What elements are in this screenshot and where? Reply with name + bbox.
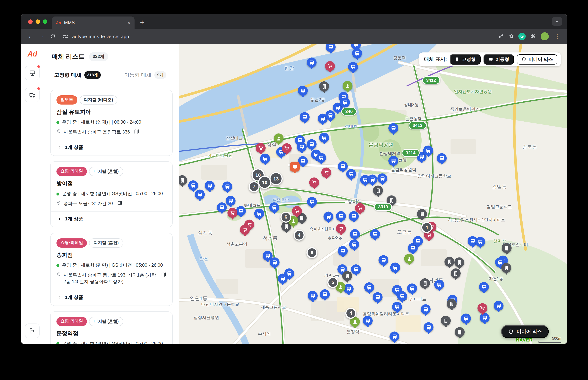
status-row: 운영 중 | 세로형 (평면) | GS넷비전 | 05:00 - 26:00 bbox=[56, 263, 166, 269]
shield-icon bbox=[521, 57, 526, 62]
category-badge: 빌보드 bbox=[56, 95, 77, 105]
scale-bar bbox=[538, 341, 561, 342]
bus-route-badge[interactable]: 3214 bbox=[402, 149, 419, 157]
map-view[interactable]: 한강강동역풍납2동성내3동둔촌동역중앙보훈병원역일자산도시자연공원올림픽공원성내… bbox=[179, 44, 567, 344]
key-icon bbox=[498, 33, 504, 39]
products-expander[interactable]: 1개 상품 bbox=[56, 212, 166, 227]
page-title: 매체 리스트 bbox=[52, 53, 85, 61]
app-logo: Ad bbox=[28, 50, 37, 58]
media-card[interactable]: 쇼핑·리테일 디지털 (혼합) 송파점 운영 중 | 세로형 (평면) | GS… bbox=[50, 233, 173, 306]
media-title: 문정역점 bbox=[56, 330, 166, 337]
puzzle-icon bbox=[530, 33, 535, 39]
pin-icon bbox=[56, 272, 61, 277]
tab-mobile-media[interactable]: 이동형 매체 9개 bbox=[111, 67, 179, 84]
map-link-icon[interactable] bbox=[161, 272, 166, 278]
bookmark-button[interactable] bbox=[506, 31, 517, 41]
media-format-badge: 디지털 (비디오) bbox=[79, 95, 118, 105]
new-tab-button[interactable]: + bbox=[140, 19, 144, 26]
minimize-window-button[interactable] bbox=[36, 19, 40, 24]
address-text: 서울특별시 송파구 동남로 193, 지하1층 (가락2동 140번지 쌍용아파… bbox=[63, 272, 157, 285]
media-card[interactable]: 빌보드 디지털 (비디오) 잠실 유토피아 운영 중 | 세로형 (입체) | … bbox=[50, 90, 173, 156]
products-count: 1개 상품 bbox=[65, 294, 83, 301]
toggle-fixed-media-button[interactable]: 고정형 bbox=[450, 54, 481, 65]
media-mix-fab[interactable]: 미디어 믹스 bbox=[501, 325, 549, 338]
display-label: 매체 표시: bbox=[424, 56, 447, 63]
notification-dot bbox=[37, 87, 40, 90]
toggle-media-mix-button[interactable]: 미디어 믹스 bbox=[517, 54, 557, 65]
media-format-badge: 디지털 (혼합) bbox=[89, 167, 123, 176]
status-text: 운영 중 | 세로형 (입체) | | 06:00 - 24:00 bbox=[62, 119, 141, 125]
status-row: 운영 중 | 세로형 (입체) | | 06:00 - 24:00 bbox=[56, 119, 166, 125]
bus-route-badge[interactable]: 3413 bbox=[409, 121, 426, 130]
url-text[interactable]: adtype-mms-fe.vercel.app bbox=[72, 34, 496, 39]
address-row: 서울특별시 송파구 올림픽로 336 bbox=[56, 129, 166, 135]
window-controls bbox=[28, 19, 47, 24]
tab-close-icon[interactable]: × bbox=[127, 20, 130, 25]
tab-label: 이동형 매체 bbox=[124, 72, 151, 78]
badge-row: 쇼핑·리테일 디지털 (혼합) bbox=[56, 239, 166, 248]
logout-icon bbox=[29, 327, 36, 334]
pin-icon bbox=[56, 129, 61, 134]
media-card-list: 빌보드 디지털 (비디오) 잠실 유토피아 운영 중 | 세로형 (입체) | … bbox=[44, 84, 179, 344]
media-type-tabs: 고정형 매체 313개 이동형 매체 9개 bbox=[44, 67, 179, 84]
grammarly-extension-icon[interactable]: G bbox=[518, 33, 526, 40]
products-expander[interactable]: 1개 상품 bbox=[56, 290, 166, 305]
rail-fixed-media-button[interactable] bbox=[25, 66, 40, 80]
map-link-icon[interactable] bbox=[134, 129, 140, 134]
tune-icon bbox=[63, 34, 68, 39]
status-row: 운영 중 | 세로형 (평면) | GS넷비전 | 05:00 - 26:00 bbox=[56, 341, 166, 344]
browser-tab[interactable]: Ad MMS × bbox=[52, 17, 135, 29]
status-row: 운영 중 | 세로형 (평면) | GS넷비전 | 05:00 - 26:00 bbox=[56, 191, 166, 197]
products-count: 1개 상품 bbox=[65, 216, 83, 223]
media-format-badge: 디지털 (혼합) bbox=[89, 317, 123, 326]
map-link-icon[interactable] bbox=[117, 200, 123, 206]
fab-label: 미디어 믹스 bbox=[517, 328, 542, 335]
media-title: 송파점 bbox=[56, 252, 166, 259]
bus-route-badge[interactable]: 340 bbox=[341, 108, 357, 115]
toggle-mobile-media-button[interactable]: 이동형 bbox=[483, 54, 514, 65]
close-window-button[interactable] bbox=[28, 19, 33, 24]
category-badge: 쇼핑·리테일 bbox=[56, 239, 87, 248]
back-button[interactable]: ← bbox=[25, 31, 36, 42]
notification-dot bbox=[37, 65, 40, 68]
screen: Ad MMS × + ← → adtype-mms-fe.vercel.app … bbox=[0, 0, 588, 380]
total-count-badge: 322개 bbox=[89, 52, 108, 61]
panel-header: 매체 리스트 322개 bbox=[44, 44, 179, 67]
browser-toolbar: ← → adtype-mms-fe.vercel.app G ⋮ bbox=[21, 29, 567, 44]
site-info-button[interactable] bbox=[63, 34, 68, 39]
tab-fixed-media[interactable]: 고정형 매체 313개 bbox=[44, 67, 111, 84]
bus-route-badge[interactable]: 3319 bbox=[374, 203, 392, 211]
tab-title: MMS bbox=[64, 20, 124, 25]
logout-button[interactable] bbox=[25, 323, 40, 338]
tab-search-button[interactable] bbox=[552, 17, 562, 26]
forward-button[interactable]: → bbox=[36, 31, 47, 42]
products-count: 1개 상품 bbox=[65, 144, 83, 151]
media-list-panel: 매체 리스트 322개 고정형 매체 313개 이동형 매체 9개 bbox=[44, 44, 179, 344]
address-text: 송파구 오금로31가길 20 bbox=[63, 200, 113, 207]
app-content: Ad 매체 리스트 322개 bbox=[21, 44, 567, 344]
pin-icon bbox=[56, 201, 61, 205]
chevron-right-icon bbox=[57, 295, 62, 300]
media-card[interactable]: 쇼핑·리테일 디지털 (혼합) 방이점 운영 중 | 세로형 (평면) | GS… bbox=[50, 161, 173, 228]
tab-favicon: Ad bbox=[56, 20, 61, 25]
maximize-window-button[interactable] bbox=[43, 19, 47, 24]
extensions-button[interactable] bbox=[528, 31, 538, 41]
status-dot bbox=[56, 121, 59, 124]
bus-route-badge[interactable]: 3412 bbox=[422, 76, 440, 84]
password-key-button[interactable] bbox=[496, 31, 506, 41]
category-badge: 쇼핑·리테일 bbox=[56, 317, 87, 326]
star-icon bbox=[508, 33, 514, 39]
billboard-icon bbox=[29, 70, 36, 76]
browser-menu-button[interactable]: ⋮ bbox=[552, 31, 563, 42]
rail-mobile-media-button[interactable] bbox=[25, 88, 40, 102]
media-card[interactable]: 쇼핑·리테일 디지털 (혼합) 문정역점 운영 중 | 세로형 (평면) | G… bbox=[50, 311, 173, 344]
address-row: 송파구 오금로31가길 20 bbox=[56, 200, 166, 207]
tab-label: 고정형 매체 bbox=[54, 72, 81, 78]
shield-icon bbox=[508, 329, 514, 334]
profile-avatar[interactable] bbox=[541, 32, 549, 40]
tab-strip: Ad MMS × + bbox=[21, 14, 567, 29]
reload-button[interactable] bbox=[47, 31, 58, 42]
products-expander[interactable]: 1개 상품 bbox=[56, 140, 166, 155]
status-text: 운영 중 | 세로형 (평면) | GS넷비전 | 05:00 - 26:00 bbox=[62, 263, 163, 269]
tab-count-badge: 313개 bbox=[84, 71, 101, 79]
